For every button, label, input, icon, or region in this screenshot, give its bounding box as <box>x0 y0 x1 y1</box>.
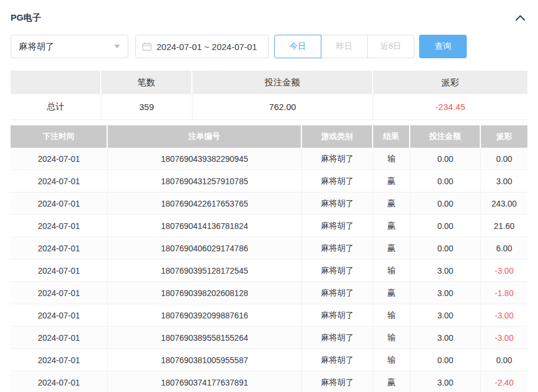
table-row[interactable]: 2024-07-01 1807690439382290945 麻将胡了 输 0.… <box>11 148 527 170</box>
table-row[interactable]: 2024-07-01 1807690395128172545 麻将胡了 输 3.… <box>11 260 527 282</box>
cell-result: 赢 <box>373 371 410 392</box>
cell-bet-amount: 0.00 <box>410 170 481 192</box>
table-row[interactable]: 2024-07-01 1807690392099887616 麻将胡了 输 3.… <box>11 304 527 327</box>
cell-game-type: 麻将胡了 <box>302 282 373 304</box>
table-row[interactable]: 2024-07-01 1807690422617653765 麻将胡了 赢 0.… <box>11 192 527 215</box>
cell-bet-time: 2024-07-01 <box>11 260 108 282</box>
col-header-bet-amount: 投注金额 <box>410 125 481 148</box>
panel-titlebar: PG电子 <box>11 0 527 24</box>
cell-game-type: 麻将胡了 <box>302 148 373 170</box>
cell-payout: 6.00 <box>481 237 527 260</box>
chevron-up-icon <box>515 14 526 21</box>
summary-total-label: 总计 <box>11 94 101 120</box>
bet-table-body: 2024-07-01 1807690439382290945 麻将胡了 输 0.… <box>11 148 527 392</box>
table-row[interactable]: 2024-07-01 1807690381005955587 麻将胡了 输 0.… <box>11 349 527 371</box>
cell-game-type: 麻将胡了 <box>302 237 373 260</box>
col-header-payout: 派彩 <box>481 125 527 148</box>
cell-bet-time: 2024-07-01 <box>11 215 108 237</box>
cell-payout: 21.60 <box>481 215 527 237</box>
cell-bet-time: 2024-07-01 <box>11 371 108 392</box>
date-range-input[interactable]: 2024-07-01 ~ 2024-07-01 <box>135 35 269 58</box>
cell-bet-amount: 3.00 <box>410 327 481 349</box>
bet-table: 下注时间 注单编号 游戏类别 结果 投注金额 派彩 2024-07-01 180… <box>11 125 527 392</box>
cell-result: 输 <box>373 304 410 327</box>
summary-header-blank <box>11 71 101 94</box>
cell-result: 输 <box>373 327 410 349</box>
cell-bet-id: 1807690395128172545 <box>108 260 302 282</box>
cell-bet-time: 2024-07-01 <box>11 192 108 215</box>
summary-header-row: 笔数 投注金额 派彩 <box>11 71 527 94</box>
cell-result: 输 <box>373 349 410 371</box>
cell-bet-amount: 0.00 <box>410 148 481 170</box>
cell-game-type: 麻将胡了 <box>302 170 373 192</box>
cell-bet-amount: 3.00 <box>410 304 481 327</box>
bet-table-header: 下注时间 注单编号 游戏类别 结果 投注金额 派彩 <box>11 125 527 148</box>
panel-title: PG电子 <box>11 12 41 24</box>
cell-game-type: 麻将胡了 <box>302 215 373 237</box>
table-row[interactable]: 2024-07-01 1807690398202608128 麻将胡了 赢 3.… <box>11 282 527 304</box>
summary-header-count: 笔数 <box>101 71 192 94</box>
col-header-result: 结果 <box>373 125 410 148</box>
col-header-game-type: 游戏类别 <box>302 125 373 148</box>
cell-game-type: 麻将胡了 <box>302 371 373 392</box>
cell-payout: -3.00 <box>481 260 527 282</box>
summary-total-row: 总计 359 762.00 -234.45 <box>11 94 527 120</box>
cell-bet-amount: 3.00 <box>410 260 481 282</box>
summary-total-payout: -234.45 <box>373 94 527 120</box>
cell-bet-id: 1807690422617653765 <box>108 192 302 215</box>
table-row[interactable]: 2024-07-01 1807690414136781824 麻将胡了 赢 0.… <box>11 215 527 237</box>
cell-bet-id: 1807690398202608128 <box>108 282 302 304</box>
cell-payout: -3.00 <box>481 327 527 349</box>
cell-bet-time: 2024-07-01 <box>11 304 108 327</box>
quick-range-button[interactable]: 昨日 <box>321 35 368 58</box>
summary-total-bet-amount: 762.00 <box>192 94 373 120</box>
cell-result: 赢 <box>373 170 410 192</box>
cell-result: 赢 <box>373 215 410 237</box>
filter-bar: 麻将胡了 2024-07-01 ~ 2024-07-01 今日 昨日 近8日 查… <box>11 35 527 58</box>
cell-payout: 0.00 <box>481 349 527 371</box>
cell-bet-id: 1807690439382290945 <box>108 148 302 170</box>
cell-payout: -3.00 <box>481 304 527 327</box>
cell-bet-amount: 0.00 <box>410 349 481 371</box>
cell-payout: -1.80 <box>481 282 527 304</box>
caret-down-icon <box>114 45 120 48</box>
cell-game-type: 麻将胡了 <box>302 192 373 215</box>
cell-bet-id: 1807690392099887616 <box>108 304 302 327</box>
cell-bet-amount: 0.00 <box>410 237 481 260</box>
table-row[interactable]: 2024-07-01 1807690431257910785 麻将胡了 赢 0.… <box>11 170 527 192</box>
cell-bet-time: 2024-07-01 <box>11 349 108 371</box>
cell-result: 赢 <box>373 282 410 304</box>
table-row[interactable]: 2024-07-01 1807690406029174786 麻将胡了 赢 0.… <box>11 237 527 260</box>
search-button[interactable]: 查询 <box>419 35 467 58</box>
cell-bet-time: 2024-07-01 <box>11 148 108 170</box>
table-row[interactable]: 2024-07-01 1807690374177637891 麻将胡了 赢 3.… <box>11 371 527 392</box>
collapse-panel-button[interactable] <box>513 12 527 24</box>
table-row[interactable]: 2024-07-01 1807690389558155264 麻将胡了 输 3.… <box>11 327 527 349</box>
col-header-bet-id: 注单编号 <box>108 125 302 148</box>
pg-panel: PG电子 麻将胡了 2024-07-01 ~ 202 <box>0 0 538 392</box>
cell-bet-id: 1807690431257910785 <box>108 170 302 192</box>
cell-game-type: 麻将胡了 <box>302 349 373 371</box>
cell-bet-id: 1807690374177637891 <box>108 371 302 392</box>
cell-bet-amount: 3.00 <box>410 371 481 392</box>
date-range-value: 2024-07-01 ~ 2024-07-01 <box>157 42 257 52</box>
quick-range-button[interactable]: 近8日 <box>367 35 414 58</box>
game-select[interactable]: 麻将胡了 <box>11 35 128 58</box>
cell-result: 输 <box>373 148 410 170</box>
summary-table: 笔数 投注金额 派彩 总计 359 762.00 -234.45 <box>11 71 527 120</box>
cell-bet-time: 2024-07-01 <box>11 282 108 304</box>
cell-bet-amount: 3.00 <box>410 282 481 304</box>
cell-payout: 243.00 <box>481 192 527 215</box>
col-header-bet-time: 下注时间 <box>11 125 108 148</box>
cell-result: 赢 <box>373 192 410 215</box>
quick-range-button[interactable]: 今日 <box>274 35 321 58</box>
cell-bet-id: 1807690389558155264 <box>108 327 302 349</box>
summary-header-bet-amount: 投注金额 <box>192 71 373 94</box>
cell-game-type: 麻将胡了 <box>302 260 373 282</box>
cell-bet-time: 2024-07-01 <box>11 237 108 260</box>
cell-bet-id: 1807690414136781824 <box>108 215 302 237</box>
cell-bet-amount: 0.00 <box>410 215 481 237</box>
cell-game-type: 麻将胡了 <box>302 327 373 349</box>
calendar-icon <box>142 42 152 51</box>
cell-payout: -2.40 <box>481 371 527 392</box>
